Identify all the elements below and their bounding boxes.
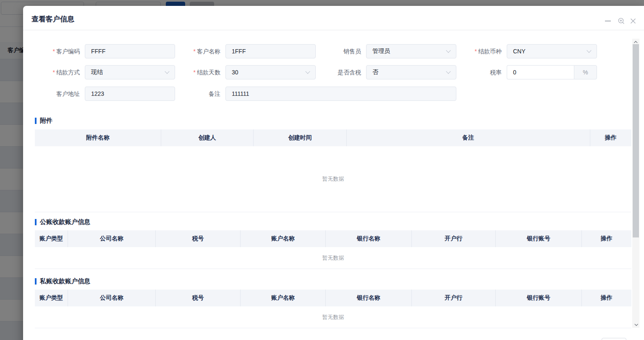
- footer-button-partial[interactable]: [602, 338, 626, 340]
- required-asterisk: *: [53, 48, 55, 55]
- column-header: 银行账号: [495, 290, 581, 306]
- required-asterisk: *: [194, 69, 196, 76]
- column-header: 账户名称: [240, 230, 325, 247]
- column-header: 账户名称: [240, 290, 325, 306]
- scroll-thumb[interactable]: [633, 44, 639, 237]
- column-header: 账户类型: [35, 290, 68, 306]
- field-label-settlement-method: *结款方式: [29, 65, 80, 79]
- minimize-button[interactable]: [604, 17, 612, 25]
- field-label-customer-name: *客户名称: [170, 44, 220, 58]
- field-label-settlement-days: *结款天数: [170, 65, 220, 79]
- column-header: 税号: [155, 230, 240, 247]
- salesperson-value: 管理员: [372, 47, 390, 55]
- zoom-in-icon: [618, 17, 625, 25]
- column-header: 创建时间: [253, 129, 346, 146]
- maximize-button[interactable]: [618, 17, 625, 25]
- customer-address-value: 1223: [91, 90, 104, 97]
- tax-rate-value: 0: [513, 69, 516, 76]
- settlement-method-value: 现结: [91, 69, 103, 76]
- settlement-days-select[interactable]: 30: [225, 65, 316, 79]
- settlement-currency-value: CNY: [513, 48, 526, 55]
- field-label-remarks: 备注: [170, 87, 220, 101]
- column-header: 税号: [155, 290, 240, 306]
- column-header: 操作: [590, 129, 631, 146]
- chevron-down-icon: [305, 69, 310, 74]
- column-header: 公司名称: [68, 230, 155, 247]
- section-accent-bar: [35, 278, 37, 285]
- field-label-customer-address: 客户地址: [29, 87, 80, 101]
- salesperson-select[interactable]: 管理员: [366, 44, 456, 58]
- customer-address-input[interactable]: 1223: [85, 87, 175, 101]
- column-header: 开户行: [411, 230, 495, 247]
- chevron-down-icon: [446, 69, 450, 74]
- modal-header: 查看客户信息: [23, 6, 644, 30]
- field-label-tax-included: 是否含税: [311, 65, 361, 79]
- minimize-icon: [605, 18, 611, 24]
- field-label-customer-code: *客户编码: [29, 44, 80, 58]
- chevron-down-icon: [446, 48, 450, 53]
- customer-code-value: FFFF: [91, 48, 105, 55]
- empty-data-placeholder: 暂无数据: [35, 306, 631, 328]
- tax-included-select[interactable]: 否: [366, 65, 456, 79]
- field-label-salesperson: 销售员: [311, 44, 361, 58]
- public-account-table: 账户类型 公司名称 税号 账户名称 银行名称 开户行 银行账号 操作 暂无数据: [35, 230, 631, 269]
- private-account-table: 账户类型 公司名称 税号 账户名称 银行名称 开户行 银行账号 操作 暂无数据: [35, 290, 631, 328]
- private-account-section-title: 私账收款账户信息: [40, 277, 90, 285]
- attachments-table: 附件名称 创建人 创建时间 备注 操作 暂无数据: [35, 129, 631, 212]
- attachments-table-header-row: 附件名称 创建人 创建时间 备注 操作: [35, 129, 631, 146]
- attachments-section-header: 附件: [35, 117, 52, 124]
- empty-data-placeholder: 暂无数据: [35, 247, 631, 269]
- column-header: 银行名称: [325, 230, 411, 247]
- empty-data-placeholder: 暂无数据: [35, 146, 631, 212]
- chevron-down-icon: [634, 322, 638, 326]
- public-account-table-header-row: 账户类型 公司名称 税号 账户名称 银行名称 开户行 银行账号 操作: [35, 230, 631, 247]
- tax-rate-input[interactable]: 0: [507, 65, 574, 79]
- close-button[interactable]: [629, 17, 637, 25]
- attachments-section-title: 附件: [40, 117, 52, 125]
- field-label-tax-rate: 税率: [451, 65, 502, 79]
- private-account-section-header: 私账收款账户信息: [35, 277, 90, 285]
- settlement-currency-select[interactable]: CNY: [507, 44, 597, 58]
- column-header: 附件名称: [35, 129, 161, 146]
- scroll-down-button[interactable]: [632, 321, 639, 328]
- column-header: 操作: [581, 290, 631, 306]
- close-icon: [630, 18, 636, 24]
- public-account-section-title: 公账收款账户信息: [40, 218, 90, 226]
- remarks-input[interactable]: 111111: [225, 87, 456, 101]
- section-accent-bar: [35, 219, 37, 225]
- tax-rate-suffix: %: [574, 65, 597, 79]
- column-header: 操作: [581, 230, 631, 247]
- chevron-down-icon: [165, 69, 169, 74]
- settlement-method-select[interactable]: 现结: [85, 65, 175, 79]
- column-header: 创建人: [161, 129, 253, 146]
- scrollbar[interactable]: [632, 39, 639, 328]
- customer-name-input[interactable]: 1FFF: [225, 44, 316, 58]
- private-account-table-header-row: 账户类型 公司名称 税号 账户名称 银行名称 开户行 银行账号 操作: [35, 290, 631, 306]
- column-header: 备注: [346, 129, 590, 146]
- remarks-value: 111111: [232, 90, 249, 97]
- modal-title: 查看客户信息: [31, 14, 74, 24]
- customer-name-value: 1FFF: [232, 48, 246, 55]
- section-accent-bar: [35, 118, 37, 124]
- column-header: 银行名称: [325, 290, 411, 306]
- public-account-section-header: 公账收款账户信息: [35, 218, 90, 226]
- field-label-settlement-currency: *结款币种: [451, 44, 502, 58]
- column-header: 银行账号: [495, 230, 581, 247]
- column-header: 公司名称: [68, 290, 155, 306]
- customer-code-input[interactable]: FFFF: [85, 44, 175, 58]
- settlement-days-value: 30: [232, 69, 238, 76]
- required-asterisk: *: [475, 48, 477, 55]
- chevron-down-icon: [586, 48, 591, 53]
- column-header: 账户类型: [35, 230, 68, 247]
- required-asterisk: *: [53, 69, 55, 76]
- customer-info-modal: 查看客户信息 *客户编码 FFFF: [23, 6, 644, 340]
- required-asterisk: *: [194, 48, 196, 55]
- column-header: 开户行: [411, 290, 495, 306]
- tax-included-value: 否: [372, 69, 378, 76]
